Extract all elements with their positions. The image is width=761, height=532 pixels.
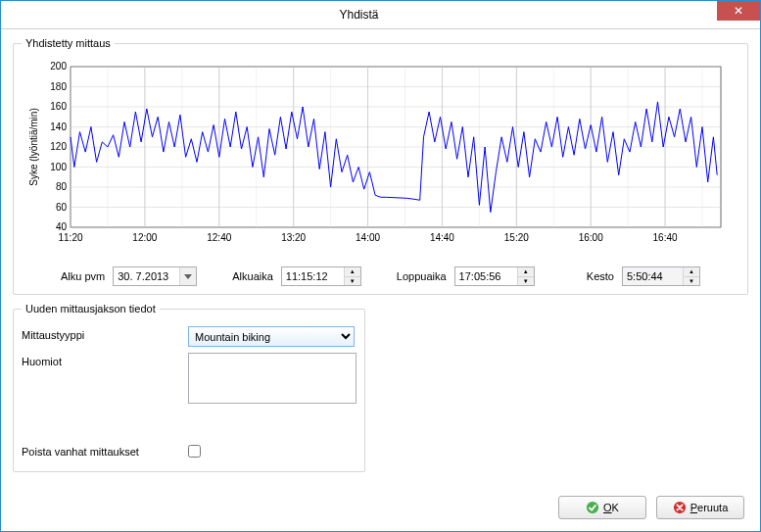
start-date-value: 30. 7.2013 (114, 270, 179, 282)
svg-text:180: 180 (50, 81, 67, 92)
duration-value: 5:50:44 (623, 270, 683, 282)
delete-old-row: Poista vanhat mittaukset (22, 445, 357, 458)
spin-up-icon[interactable]: ▲ (518, 267, 534, 276)
close-icon: ✕ (734, 4, 743, 18)
svg-text:100: 100 (50, 162, 67, 172)
svg-text:14:40: 14:40 (430, 232, 454, 243)
svg-text:Syke (lyöntiä/min): Syke (lyöntiä/min) (28, 108, 39, 185)
details-legend: Uuden mittausjakson tiedot (22, 303, 160, 314)
end-time-spinner[interactable]: ▲ ▼ (517, 267, 534, 285)
svg-text:60: 60 (56, 202, 68, 213)
svg-point-56 (587, 502, 598, 513)
delete-old-checkbox[interactable] (188, 445, 201, 458)
svg-text:15:20: 15:20 (504, 232, 529, 243)
cancel-label: Peruuta (690, 502, 729, 513)
end-time-input[interactable]: 17:05:56 ▲ ▼ (454, 266, 535, 286)
svg-text:140: 140 (50, 121, 67, 132)
start-time-label: Alkuaika (232, 270, 273, 282)
spin-down-icon[interactable]: ▼ (684, 276, 699, 286)
svg-text:12:00: 12:00 (132, 232, 157, 243)
delete-old-label: Poista vanhat mittaukset (22, 446, 188, 458)
window-title: Yhdistä (1, 8, 717, 22)
start-time-input[interactable]: 11:15:12 ▲ ▼ (281, 266, 361, 286)
chevron-down-icon (184, 274, 192, 279)
duration-display: 5:50:44 ▲ ▼ (622, 266, 700, 286)
chart-area: 40608010012014016018020011:2012:0012:401… (22, 55, 739, 259)
spin-down-icon[interactable]: ▼ (518, 276, 534, 286)
dialog-content: Yhdistetty mittaus 406080100120140160180… (1, 29, 760, 492)
ok-button[interactable]: OK (558, 496, 646, 519)
ok-label: OK (603, 502, 619, 513)
titlebar: Yhdistä ✕ (1, 1, 760, 29)
svg-text:16:40: 16:40 (653, 232, 678, 243)
svg-text:40: 40 (56, 221, 68, 232)
dialog-window: Yhdistä ✕ Yhdistetty mittaus 40608010012… (0, 0, 761, 532)
svg-text:11:20: 11:20 (58, 232, 82, 243)
spin-up-icon[interactable]: ▲ (684, 267, 699, 276)
svg-text:160: 160 (50, 101, 67, 112)
type-row: Mittaustyyppi Mountain biking (22, 326, 357, 347)
time-row: Alku pvm 30. 7.2013 Alkuaika 11:15:12 ▲ … (22, 266, 739, 286)
start-time-value: 11:15:12 (282, 270, 344, 282)
dialog-buttons: OK Peruuta (558, 496, 744, 519)
svg-text:14:00: 14:00 (356, 232, 380, 243)
start-date-input[interactable]: 30. 7.2013 (113, 266, 197, 286)
ok-icon (586, 501, 599, 514)
svg-text:12:40: 12:40 (207, 232, 231, 243)
notes-label: Huomiot (22, 353, 188, 367)
spin-up-icon[interactable]: ▲ (345, 267, 360, 276)
svg-text:16:00: 16:00 (579, 232, 603, 243)
svg-text:120: 120 (50, 141, 67, 152)
end-time-label: Loppuaika (397, 270, 447, 282)
hr-chart: 40608010012014016018020011:2012:0012:401… (25, 59, 731, 255)
spin-down-icon[interactable]: ▼ (345, 276, 360, 286)
svg-text:13:20: 13:20 (281, 232, 306, 243)
notes-input[interactable] (188, 353, 357, 404)
type-label: Mittaustyyppi (22, 326, 188, 341)
duration-label: Kesto (587, 270, 614, 282)
start-time-spinner[interactable]: ▲ ▼ (344, 267, 360, 285)
cancel-icon (673, 501, 687, 514)
chart-group-legend: Yhdistetty mittaus (22, 37, 115, 49)
end-time-value: 17:05:56 (455, 270, 517, 282)
start-date-label: Alku pvm (61, 270, 105, 282)
notes-row: Huomiot (22, 353, 357, 404)
close-button[interactable]: ✕ (717, 1, 760, 21)
svg-text:80: 80 (56, 181, 68, 192)
chart-group: Yhdistetty mittaus 406080100120140160180… (13, 37, 748, 295)
date-dropdown-button[interactable] (179, 267, 196, 285)
duration-spinner[interactable]: ▲ ▼ (683, 267, 699, 285)
type-select[interactable]: Mountain biking (188, 326, 355, 347)
cancel-button[interactable]: Peruuta (656, 496, 744, 519)
svg-text:200: 200 (50, 61, 67, 72)
details-group: Uuden mittausjakson tiedot Mittaustyyppi… (13, 303, 365, 472)
